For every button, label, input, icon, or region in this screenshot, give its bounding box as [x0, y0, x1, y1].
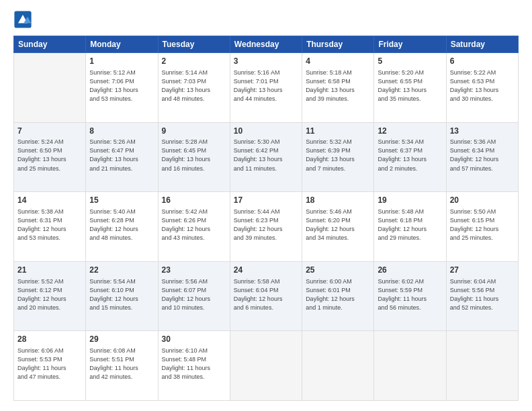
day-info: Sunrise: 5:26 AMSunset: 6:47 PMDaylight:…	[89, 138, 154, 173]
calendar-cell: 19Sunrise: 5:48 AMSunset: 6:18 PMDayligh…	[374, 192, 446, 262]
day-number: 22	[89, 265, 154, 276]
page: SundayMondayTuesdayWednesdayThursdayFrid…	[0, 0, 532, 411]
day-number: 14	[17, 195, 82, 206]
calendar-week-row: 21Sunrise: 5:52 AMSunset: 6:12 PMDayligh…	[14, 261, 519, 331]
day-number: 4	[306, 56, 370, 67]
day-info: Sunrise: 5:14 AMSunset: 7:03 PMDaylight:…	[162, 68, 226, 103]
logo-icon	[13, 10, 32, 29]
weekday-header: Wednesday	[230, 36, 302, 53]
day-number: 10	[234, 126, 298, 137]
calendar-cell: 23Sunrise: 5:56 AMSunset: 6:07 PMDayligh…	[158, 261, 230, 331]
day-info: Sunrise: 6:08 AMSunset: 5:51 PMDaylight:…	[89, 347, 154, 381]
day-number: 30	[162, 334, 226, 345]
calendar-cell: 29Sunrise: 6:08 AMSunset: 5:51 PMDayligh…	[86, 331, 158, 401]
day-info: Sunrise: 5:30 AMSunset: 6:42 PMDaylight:…	[234, 138, 298, 173]
day-number: 9	[162, 126, 226, 137]
calendar-table: SundayMondayTuesdayWednesdayThursdayFrid…	[13, 36, 519, 401]
day-number: 6	[450, 56, 515, 67]
day-number: 23	[162, 265, 226, 276]
day-number: 2	[162, 56, 226, 67]
day-number: 18	[306, 195, 370, 206]
day-info: Sunrise: 6:10 AMSunset: 5:48 PMDaylight:…	[162, 347, 226, 381]
day-number: 8	[89, 126, 154, 137]
weekday-header: Friday	[374, 36, 446, 53]
calendar-cell: 6Sunrise: 5:22 AMSunset: 6:53 PMDaylight…	[446, 53, 518, 123]
day-info: Sunrise: 5:50 AMSunset: 6:15 PMDaylight:…	[450, 208, 515, 242]
calendar-week-row: 14Sunrise: 5:38 AMSunset: 6:31 PMDayligh…	[14, 192, 519, 262]
day-info: Sunrise: 6:00 AMSunset: 6:01 PMDaylight:…	[306, 277, 370, 312]
calendar-cell: 27Sunrise: 6:04 AMSunset: 5:56 PMDayligh…	[446, 261, 518, 331]
day-info: Sunrise: 5:32 AMSunset: 6:39 PMDaylight:…	[306, 138, 370, 173]
calendar-week-row: 28Sunrise: 6:06 AMSunset: 5:53 PMDayligh…	[14, 331, 519, 401]
calendar-cell: 25Sunrise: 6:00 AMSunset: 6:01 PMDayligh…	[302, 261, 374, 331]
day-number: 25	[306, 265, 370, 276]
calendar-cell: 8Sunrise: 5:26 AMSunset: 6:47 PMDaylight…	[86, 122, 158, 192]
calendar-cell: 16Sunrise: 5:42 AMSunset: 6:26 PMDayligh…	[158, 192, 230, 262]
day-info: Sunrise: 5:42 AMSunset: 6:26 PMDaylight:…	[162, 208, 226, 242]
day-info: Sunrise: 5:38 AMSunset: 6:31 PMDaylight:…	[17, 208, 82, 242]
day-number: 28	[17, 334, 82, 345]
calendar-cell	[14, 53, 86, 123]
calendar-cell: 3Sunrise: 5:16 AMSunset: 7:01 PMDaylight…	[230, 53, 302, 123]
day-info: Sunrise: 5:16 AMSunset: 7:01 PMDaylight:…	[234, 68, 298, 103]
calendar-cell: 2Sunrise: 5:14 AMSunset: 7:03 PMDaylight…	[158, 53, 230, 123]
logo	[13, 10, 35, 29]
day-info: Sunrise: 5:28 AMSunset: 6:45 PMDaylight:…	[162, 138, 226, 173]
day-info: Sunrise: 5:58 AMSunset: 6:04 PMDaylight:…	[234, 277, 298, 312]
calendar-cell: 17Sunrise: 5:44 AMSunset: 6:23 PMDayligh…	[230, 192, 302, 262]
calendar-cell: 26Sunrise: 6:02 AMSunset: 5:59 PMDayligh…	[374, 261, 446, 331]
day-info: Sunrise: 5:52 AMSunset: 6:12 PMDaylight:…	[17, 277, 82, 312]
calendar-cell	[230, 331, 302, 401]
calendar-cell	[446, 331, 518, 401]
weekday-header: Tuesday	[158, 36, 230, 53]
weekday-header: Thursday	[302, 36, 374, 53]
day-number: 5	[378, 56, 442, 67]
day-number: 16	[162, 195, 226, 206]
day-number: 17	[234, 195, 298, 206]
day-info: Sunrise: 5:56 AMSunset: 6:07 PMDaylight:…	[162, 277, 226, 312]
calendar-cell: 4Sunrise: 5:18 AMSunset: 6:58 PMDaylight…	[302, 53, 374, 123]
day-info: Sunrise: 5:18 AMSunset: 6:58 PMDaylight:…	[306, 68, 370, 103]
calendar-cell: 21Sunrise: 5:52 AMSunset: 6:12 PMDayligh…	[14, 261, 86, 331]
header	[13, 10, 519, 29]
calendar-cell: 10Sunrise: 5:30 AMSunset: 6:42 PMDayligh…	[230, 122, 302, 192]
calendar-week-row: 1Sunrise: 5:12 AMSunset: 7:06 PMDaylight…	[14, 53, 519, 123]
day-info: Sunrise: 5:46 AMSunset: 6:20 PMDaylight:…	[306, 208, 370, 242]
day-info: Sunrise: 5:36 AMSunset: 6:34 PMDaylight:…	[450, 138, 515, 173]
day-info: Sunrise: 5:40 AMSunset: 6:28 PMDaylight:…	[89, 208, 154, 242]
day-number: 29	[89, 334, 154, 345]
day-number: 19	[378, 195, 442, 206]
day-info: Sunrise: 5:22 AMSunset: 6:53 PMDaylight:…	[450, 68, 515, 103]
calendar-header-row: SundayMondayTuesdayWednesdayThursdayFrid…	[14, 36, 519, 53]
day-number: 15	[89, 195, 154, 206]
day-number: 12	[378, 126, 442, 137]
day-info: Sunrise: 5:12 AMSunset: 7:06 PMDaylight:…	[89, 68, 154, 103]
day-number: 21	[17, 265, 82, 276]
day-info: Sunrise: 6:02 AMSunset: 5:59 PMDaylight:…	[378, 277, 442, 312]
day-number: 11	[306, 126, 370, 137]
calendar-cell: 11Sunrise: 5:32 AMSunset: 6:39 PMDayligh…	[302, 122, 374, 192]
day-number: 24	[234, 265, 298, 276]
calendar-cell: 14Sunrise: 5:38 AMSunset: 6:31 PMDayligh…	[14, 192, 86, 262]
day-number: 20	[450, 195, 515, 206]
calendar-cell: 12Sunrise: 5:34 AMSunset: 6:37 PMDayligh…	[374, 122, 446, 192]
weekday-header: Saturday	[446, 36, 518, 53]
day-info: Sunrise: 5:20 AMSunset: 6:55 PMDaylight:…	[378, 68, 442, 103]
calendar-cell	[374, 331, 446, 401]
day-info: Sunrise: 5:34 AMSunset: 6:37 PMDaylight:…	[378, 138, 442, 173]
calendar-cell: 7Sunrise: 5:24 AMSunset: 6:50 PMDaylight…	[14, 122, 86, 192]
day-number: 1	[89, 56, 154, 67]
calendar-cell: 18Sunrise: 5:46 AMSunset: 6:20 PMDayligh…	[302, 192, 374, 262]
calendar-cell: 13Sunrise: 5:36 AMSunset: 6:34 PMDayligh…	[446, 122, 518, 192]
calendar-cell	[302, 331, 374, 401]
calendar-cell: 20Sunrise: 5:50 AMSunset: 6:15 PMDayligh…	[446, 192, 518, 262]
weekday-header: Sunday	[14, 36, 86, 53]
day-info: Sunrise: 6:04 AMSunset: 5:56 PMDaylight:…	[450, 277, 515, 312]
calendar-cell: 1Sunrise: 5:12 AMSunset: 7:06 PMDaylight…	[86, 53, 158, 123]
calendar-cell: 9Sunrise: 5:28 AMSunset: 6:45 PMDaylight…	[158, 122, 230, 192]
calendar-cell: 5Sunrise: 5:20 AMSunset: 6:55 PMDaylight…	[374, 53, 446, 123]
day-number: 13	[450, 126, 515, 137]
day-info: Sunrise: 5:24 AMSunset: 6:50 PMDaylight:…	[17, 138, 82, 173]
day-info: Sunrise: 6:06 AMSunset: 5:53 PMDaylight:…	[17, 347, 82, 381]
day-number: 27	[450, 265, 515, 276]
